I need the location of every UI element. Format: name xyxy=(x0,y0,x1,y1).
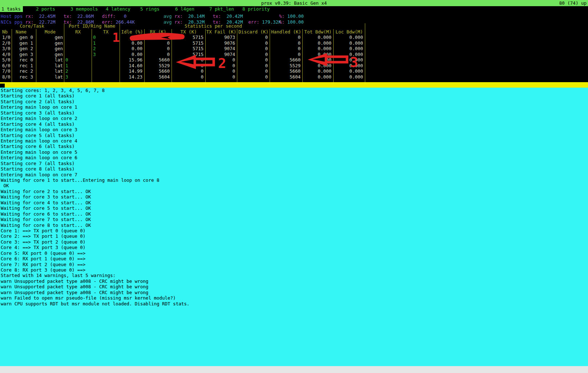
cell: 2/0 xyxy=(0,40,12,46)
cell: 3 xyxy=(92,52,120,57)
cell: 5715 xyxy=(172,35,206,40)
log-line: Waiting for core 8 to start... OK xyxy=(0,222,588,228)
cell: lat xyxy=(36,74,64,80)
cell: 5715 xyxy=(172,52,206,57)
tab-2-ports[interactable]: 2 ports xyxy=(35,6,55,12)
cell: 9074 xyxy=(206,46,237,52)
tab-5-rings[interactable]: 5 rings xyxy=(139,6,160,12)
column-header: Name xyxy=(12,29,36,35)
prox-terminal-screen: prox v0.39: Basic Gen x4 80 (74) up 1 ta… xyxy=(0,0,588,373)
cell: lat xyxy=(36,68,64,74)
column-header: Handled (K) xyxy=(270,29,303,35)
divider-bar xyxy=(0,82,588,88)
cell: 5660 xyxy=(145,68,172,74)
log-line: Starting core 4 (all tasks) xyxy=(0,121,588,127)
cell: 15.96 xyxy=(120,57,145,63)
cell: 0.000 xyxy=(334,68,365,74)
cell: 0.000 xyxy=(303,68,334,74)
table-row: 7/0rec 2lat214.99566000056600.0000.000 xyxy=(0,68,365,74)
table-group-header: Port ID/Ring Name xyxy=(64,23,120,29)
cell: 0.000 xyxy=(334,74,365,80)
cell: gen 0 xyxy=(12,35,36,40)
border-stub xyxy=(270,80,303,82)
table-row: 6/0rec 1lat114.60552900055290.0000.000 xyxy=(0,63,365,69)
cell: 0.00 xyxy=(120,35,145,40)
cell: 0 xyxy=(172,63,206,69)
border-stub xyxy=(12,80,36,82)
cell: 5529 xyxy=(270,63,303,69)
cell: 0.000 xyxy=(334,46,365,52)
table-row: 1/0gen 0gen00.00057159073000.0000.000 xyxy=(0,35,365,40)
column-header: Loc Bdw(M) xyxy=(334,29,365,35)
cell: 0 xyxy=(64,57,92,63)
cell: 0.000 xyxy=(303,63,334,69)
log-line: Entering main loop on core 3 xyxy=(0,127,588,132)
table-row: 3/0gen 2gen20.00057159074000.0000.000 xyxy=(0,46,365,52)
cell: 0 xyxy=(172,57,206,63)
log-line: Core 1: ==> TX port 0 (queue 0) xyxy=(0,228,588,233)
border-stub xyxy=(303,80,334,82)
cell xyxy=(64,52,92,57)
border-stub xyxy=(334,80,365,82)
cell: gen 1 xyxy=(12,40,36,46)
cell: 0.000 xyxy=(303,35,334,40)
log-line: OK xyxy=(0,183,588,188)
cell: 1 xyxy=(64,63,92,69)
log-line: Starting core 6 (all tasks) xyxy=(0,144,588,149)
column-header: RX xyxy=(64,29,92,35)
cell: 8/0 xyxy=(0,74,12,80)
cell: 5529 xyxy=(145,63,172,69)
cell: 0 xyxy=(206,74,237,80)
cell: 5715 xyxy=(172,40,206,46)
command-status-bar[interactable]: Enter 'help' or command, <ESC> or 'quit'… xyxy=(0,366,588,373)
cell: gen xyxy=(36,35,64,40)
tab-6-l4gen[interactable]: 6 l4gen xyxy=(174,6,194,12)
cell: 3 xyxy=(64,74,92,80)
stats-segment: avg rx: 20.14M tx: 20.42M xyxy=(164,13,243,19)
cell: 0.000 xyxy=(334,40,365,46)
cell: 0 xyxy=(206,57,237,63)
cell xyxy=(92,57,120,63)
cell: 3/0 xyxy=(0,46,12,52)
cell: lat xyxy=(36,63,64,69)
cell: 14.99 xyxy=(120,68,145,74)
tab-4-latency[interactable]: 4 latency xyxy=(104,6,130,12)
column-header: Tot Bdw(M) xyxy=(303,29,334,35)
tab-7-pkt_len[interactable]: 7 pkt_len xyxy=(208,6,234,12)
cell: 2 xyxy=(92,46,120,52)
log-line: Waiting for core 3 to start... OK xyxy=(0,194,588,200)
cell: 6/0 xyxy=(0,63,12,69)
cell: 0 xyxy=(92,35,120,40)
border-stub xyxy=(206,80,237,82)
log-line: Starting core 8 (all tasks) xyxy=(0,166,588,172)
tab-3-mempools[interactable]: 3 mempools xyxy=(69,6,98,12)
cell: 5604 xyxy=(270,74,303,80)
tab-8-priority[interactable]: 8 priority xyxy=(241,6,270,12)
cell: 0 xyxy=(237,52,270,57)
cell: 0 xyxy=(145,35,172,40)
cell: 9074 xyxy=(206,52,237,57)
table-group-header: Statistics per second xyxy=(120,23,365,29)
border-stub xyxy=(172,80,206,82)
log-line: warn Failed to open msr pseudo-file (mis… xyxy=(0,295,588,301)
log-line: warn Unsupported packet type a008 - CRC … xyxy=(0,278,588,284)
log-line: Waiting for core 2 to start... OK xyxy=(0,189,588,194)
cell xyxy=(92,68,120,74)
border-stub xyxy=(0,80,12,82)
cell: 0 xyxy=(270,46,303,52)
table-row: 8/0rec 3lat314.23560400056040.0000.000 xyxy=(0,74,365,80)
tab-1-tasks[interactable]: 1 tasks xyxy=(0,6,23,12)
column-header: TX Fail (K) xyxy=(206,29,237,35)
log-line: Entering main loop on core 2 xyxy=(0,116,588,121)
app-title: prox v0.39: Basic Gen x4 xyxy=(0,0,588,6)
cell: 0 xyxy=(237,68,270,74)
border-stub xyxy=(145,80,172,82)
column-header: Nb xyxy=(0,29,12,35)
cell: 7/0 xyxy=(0,68,12,74)
cell: lat xyxy=(36,57,64,63)
cell: gen 2 xyxy=(12,46,36,52)
cell: gen xyxy=(36,52,64,57)
core-stats-table: Core/TaskPort ID/Ring NameStatistics per… xyxy=(0,23,365,82)
cell: 0 xyxy=(145,46,172,52)
cell: 0.000 xyxy=(334,57,365,63)
